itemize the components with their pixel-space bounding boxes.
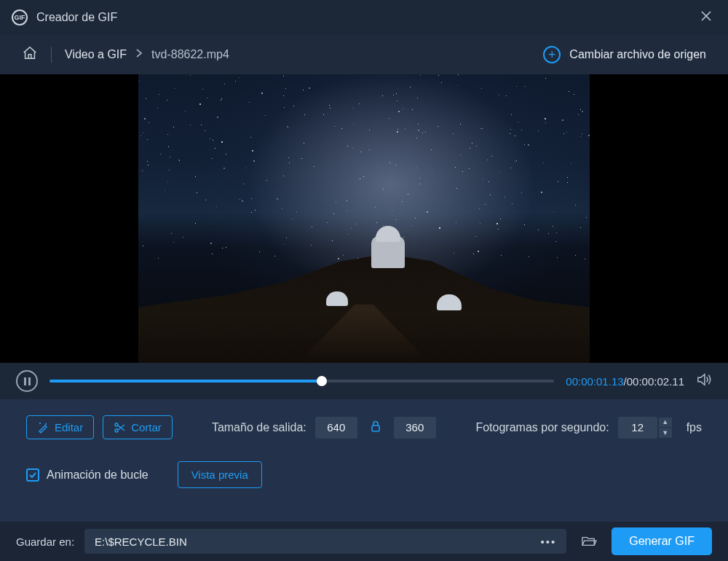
check-icon: [28, 471, 37, 479]
fps-unit: fps: [687, 421, 702, 434]
fps-increase-button[interactable]: ▲: [659, 417, 672, 428]
output-path-text: E:\$RECYCLE.BIN: [95, 536, 531, 548]
fps-input[interactable]: [618, 417, 657, 439]
time-readout: 00:00:01.13/00:00:02.11: [566, 375, 684, 388]
folder-open-icon: [581, 535, 597, 548]
change-source-label: Cambiar archivo de origen: [569, 48, 706, 61]
video-stage: [0, 74, 728, 363]
home-icon: [22, 45, 38, 61]
fps-decrease-button[interactable]: ▼: [659, 428, 672, 438]
checkbox-box: [26, 468, 39, 482]
fps-label: Fotogramas por segundo:: [475, 421, 609, 434]
svg-rect-2: [372, 425, 379, 431]
time-total: /00:00:02.11: [624, 375, 684, 388]
pause-icon: [24, 377, 31, 385]
app-title: Creador de GIF: [36, 11, 696, 24]
divider: [51, 47, 52, 63]
close-icon: [700, 10, 712, 22]
time-current: 00:00:01.13: [566, 375, 623, 388]
browse-button[interactable]: •••: [540, 536, 556, 548]
preview-button[interactable]: Vista previa: [178, 461, 262, 488]
fps-stepper[interactable]: ▲ ▼: [618, 417, 672, 439]
header-row: Video a GIF tvd-88622.mp4 + Cambiar arch…: [0, 35, 728, 74]
home-button[interactable]: [22, 45, 38, 64]
breadcrumb-file: tvd-88622.mp4: [151, 48, 229, 61]
output-height-input[interactable]: [394, 417, 436, 439]
output-path-field[interactable]: E:\$RECYCLE.BIN •••: [84, 529, 566, 554]
settings-panel: Editar Cortar Tamaño de salida: Fotogram…: [0, 399, 728, 522]
timeline-slider[interactable]: [50, 374, 554, 388]
footer-row: Guardar en: E:\$RECYCLE.BIN ••• Generar …: [0, 522, 728, 561]
cut-button[interactable]: Cortar: [103, 415, 173, 439]
cut-label: Cortar: [131, 421, 162, 434]
loop-checkbox[interactable]: Animación de bucle: [26, 468, 149, 482]
generate-gif-button[interactable]: Generar GIF: [612, 527, 712, 555]
lock-aspect-button[interactable]: [371, 420, 381, 435]
speaker-icon: [696, 372, 712, 387]
output-size-label: Tamaño de salida:: [212, 421, 306, 434]
chevron-right-icon: [135, 48, 143, 61]
pause-button[interactable]: [16, 370, 38, 392]
edit-button[interactable]: Editar: [26, 415, 94, 439]
observatory-icon: [371, 236, 405, 268]
svg-point-1: [115, 429, 118, 432]
edit-label: Editar: [55, 421, 83, 434]
app-logo-icon: GIF: [12, 9, 28, 26]
plus-circle-icon: +: [543, 46, 561, 63]
volume-button[interactable]: [696, 372, 712, 390]
breadcrumb-root[interactable]: Video a GIF: [65, 48, 127, 61]
close-button[interactable]: [696, 6, 716, 29]
svg-point-0: [115, 423, 118, 426]
playback-row: 00:00:01.13/00:00:02.11: [0, 363, 728, 399]
output-width-input[interactable]: [315, 417, 357, 439]
lock-icon: [371, 420, 381, 432]
loop-label: Animación de bucle: [47, 468, 149, 482]
open-folder-button[interactable]: [577, 530, 601, 552]
save-in-label: Guardar en:: [16, 536, 74, 548]
title-bar: GIF Creador de GIF: [0, 0, 728, 35]
video-preview[interactable]: [138, 74, 590, 363]
wand-icon: [37, 422, 49, 434]
change-source-button[interactable]: + Cambiar archivo de origen: [543, 46, 706, 63]
scissors-icon: [114, 422, 125, 434]
